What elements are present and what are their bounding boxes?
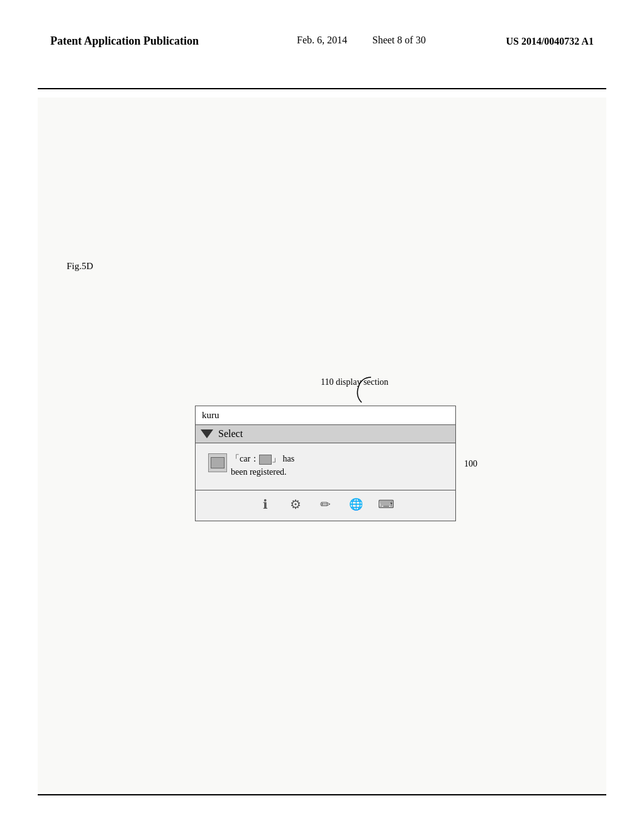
message-box: 「car：」 has been registered. xyxy=(208,452,443,479)
keyboard-icon[interactable]: ⌨ xyxy=(377,495,395,513)
ui-display-box: kuru Select 「car：」 has be xyxy=(195,406,456,521)
select-row[interactable]: Select xyxy=(196,425,455,443)
edit-icon[interactable]: ✏ xyxy=(317,495,335,513)
figure-label: Fig.5D xyxy=(67,261,93,272)
patent-title: Patent Application Publication xyxy=(50,35,199,48)
content-area: 「car：」 has been registered. xyxy=(196,443,455,490)
car-image-icon xyxy=(208,453,227,472)
dropdown-triangle-icon xyxy=(201,429,213,438)
patent-date: Feb. 6, 2014 xyxy=(297,35,347,46)
info-icon[interactable]: ℹ xyxy=(257,495,274,513)
bracket-arrow xyxy=(349,374,380,406)
patent-number: US 2014/0040732 A1 xyxy=(506,36,594,47)
globe-icon[interactable]: 🌐 xyxy=(347,495,365,513)
header-divider xyxy=(38,88,606,89)
footer-divider xyxy=(38,794,606,795)
page-header: Patent Application Publication Feb. 6, 2… xyxy=(0,35,644,48)
message-text: 「car：」 has been registered. xyxy=(231,452,294,479)
settings-icon[interactable]: ⚙ xyxy=(287,495,304,513)
select-label: Select xyxy=(218,428,450,440)
icon-toolbar: ℹ ⚙ ✏ 🌐 ⌨ xyxy=(196,490,455,521)
reference-number: 100 xyxy=(464,459,477,469)
input-field[interactable]: kuru xyxy=(196,406,455,425)
sheet-info: Sheet 8 of 30 xyxy=(372,35,426,46)
